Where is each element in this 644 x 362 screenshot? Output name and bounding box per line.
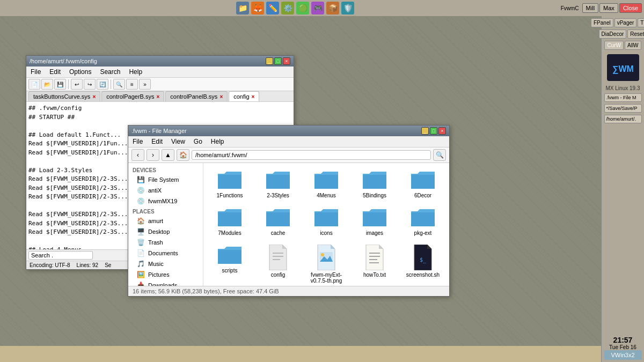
sidebar-desktop[interactable]: 🖥️ Desktop [128, 226, 203, 237]
app-icon-game[interactable]: 🎮 [311, 2, 324, 14]
editor-tab-3[interactable]: config × [229, 91, 259, 101]
tbar-button[interactable]: TBar [638, 18, 644, 27]
fm-item-cache[interactable]: cache [256, 205, 300, 238]
fm-forward-button[interactable]: › [147, 149, 159, 161]
fm-item-images[interactable]: images [353, 205, 397, 238]
svg-text:$_: $_ [420, 257, 427, 263]
tab-close-2[interactable]: × [219, 94, 223, 100]
editor-minimize-button[interactable]: _ [266, 57, 273, 65]
fpanel-button[interactable]: FPanel [591, 18, 613, 27]
editor-open-btn[interactable]: 📂 [41, 79, 53, 90]
app-icon-files[interactable]: 📁 [236, 2, 249, 14]
fm-item-1functions[interactable]: 1Functions [208, 167, 252, 201]
fm-label-cache: cache [271, 230, 286, 236]
fm-item-4menus[interactable]: 4Menus [304, 167, 348, 201]
fm-menu-help[interactable]: Help [209, 137, 226, 146]
tab-label-3: config [233, 93, 249, 100]
editor-menu-edit[interactable]: Edit [47, 68, 63, 76]
fm-item-screenshot[interactable]: $_ screenshot.sh [401, 242, 445, 286]
search-input[interactable] [28, 251, 93, 260]
sidebar-pictures[interactable]: 🖼️ Pictures [128, 269, 203, 280]
editor-title: /home/amurt/.fvwm/config [30, 58, 97, 64]
editor-extra-btn[interactable]: ≡ [126, 79, 138, 90]
editor-tab-0[interactable]: taskButtonsCurve.sys × [28, 91, 100, 101]
fm-item-png[interactable]: fvwm-myExt-v0.7.5-th.png [304, 242, 348, 286]
fm-item-7modules[interactable]: 7Modules [208, 205, 252, 238]
sidebar-downloads[interactable]: 📥 Downloads [128, 280, 203, 286]
fm-item-pkgext[interactable]: pkg-ext [401, 205, 445, 238]
fm-item-6decor[interactable]: 6Decor [401, 167, 445, 201]
reset-button[interactable]: Reset [627, 29, 644, 39]
sidebar-amurt[interactable]: 🏠 amurt [128, 216, 203, 226]
editor-menu-search[interactable]: Search [98, 68, 122, 76]
editor-undo-btn[interactable]: ↩ [71, 79, 83, 90]
vpager-button[interactable]: vPager [614, 18, 637, 27]
editor-menubar: File Edit Options Search Help [26, 67, 294, 78]
fm-menu-file[interactable]: File [130, 137, 145, 146]
fm-item-icons[interactable]: icons [304, 205, 348, 238]
sidebar-filesystem[interactable]: 💾 File System [128, 174, 203, 185]
file-manager-window: .fvwm - File Manager _ □ × File Edit Vie… [128, 125, 450, 297]
editor-save-btn[interactable]: 💾 [54, 79, 66, 90]
fm-item-howto[interactable]: howTo.txt [353, 242, 397, 286]
rp-fvwm-item[interactable]: .fvwm - File M [604, 93, 642, 102]
sidebar-music[interactable]: 🎵 Music [128, 258, 203, 269]
fm-up-button[interactable]: ▲ [162, 149, 174, 161]
editor-tab-1[interactable]: controlPagerB.sys × [101, 91, 164, 101]
app-icon-firefox[interactable]: 🦊 [251, 2, 264, 14]
vwin-button[interactable]: VWin3x2 [604, 350, 642, 360]
fm-menu-view[interactable]: View [169, 137, 187, 146]
fm-close-button[interactable]: × [438, 127, 446, 135]
app-icon-tools[interactable]: ⚙️ [281, 2, 294, 14]
fm-back-button[interactable]: ‹ [131, 149, 144, 161]
fm-maximize-button[interactable]: □ [430, 127, 437, 135]
fm-item-5bindings[interactable]: 5Bindings [353, 167, 397, 201]
fm-menu-edit[interactable]: Edit [149, 137, 165, 146]
folder-icon-pkgext [410, 207, 436, 228]
tab-close-0[interactable]: × [92, 94, 96, 100]
app-icon-green[interactable]: 🟢 [296, 2, 309, 14]
fm-label-23styles: 2-3Styles [267, 193, 289, 198]
editor-close-button[interactable]: × [283, 57, 290, 65]
editor-new-btn[interactable]: 📄 [28, 79, 40, 90]
fm-address-bar[interactable] [192, 150, 431, 160]
diadecor-button[interactable]: DiaDecor [599, 29, 627, 39]
editor-maximize-button[interactable]: □ [274, 57, 282, 65]
rp-save-item[interactable]: */Save/Save/P [604, 104, 642, 113]
editor-redo-btn[interactable]: ↪ [84, 79, 96, 90]
rp-home-item[interactable]: /home/amurt/. [604, 115, 642, 123]
mill-button[interactable]: Mill [582, 3, 599, 13]
app-icon-shield[interactable]: 🛡️ [341, 2, 354, 14]
editor-menu-help[interactable]: Help [127, 68, 144, 76]
curw-button[interactable]: CurW [604, 41, 624, 50]
sidebar-fvwmmx19[interactable]: 💿 fvwmMX19 [128, 196, 203, 206]
tab-label-1: controlPagerB.sys [106, 93, 154, 100]
fm-item-23styles[interactable]: 2-3Styles [256, 167, 300, 201]
tab-close-1[interactable]: × [156, 94, 159, 100]
editor-more-btn[interactable]: » [139, 79, 151, 90]
fm-menu-go[interactable]: Go [192, 137, 204, 146]
pictures-icon: 🖼️ [137, 271, 145, 278]
app-icon-editor[interactable]: ✏️ [266, 2, 279, 14]
editor-tab-2[interactable]: controlPanelB.sys × [165, 91, 228, 101]
fm-item-scripts[interactable]: scripts [208, 242, 252, 286]
sidebar-documents[interactable]: 📄 Documents [128, 248, 203, 258]
fm-minimize-button[interactable]: _ [421, 127, 429, 135]
fm-menubar: File Edit View Go Help [128, 136, 449, 147]
app-icon-package[interactable]: 📦 [326, 2, 339, 14]
fm-label-scripts: scripts [222, 268, 238, 274]
fm-home-button[interactable]: 🏠 [177, 149, 189, 161]
editor-refresh-btn[interactable]: 🔄 [97, 79, 108, 90]
fm-search-button[interactable]: 🔍 [433, 149, 446, 161]
fm-label-7modules: 7Modules [218, 230, 241, 236]
sidebar-antix[interactable]: 💿 antiX [128, 185, 203, 196]
editor-menu-file[interactable]: File [28, 68, 43, 76]
max-button[interactable]: Max [599, 3, 618, 13]
sidebar-trash[interactable]: 🗑️ Trash [128, 237, 203, 248]
editor-search-btn[interactable]: 🔍 [113, 79, 125, 90]
close-button[interactable]: Close [619, 3, 642, 13]
tab-close-3[interactable]: × [252, 94, 255, 100]
editor-menu-options[interactable]: Options [67, 68, 93, 76]
allw-button[interactable]: AllW [625, 41, 641, 50]
fm-item-config[interactable]: config [256, 242, 300, 286]
